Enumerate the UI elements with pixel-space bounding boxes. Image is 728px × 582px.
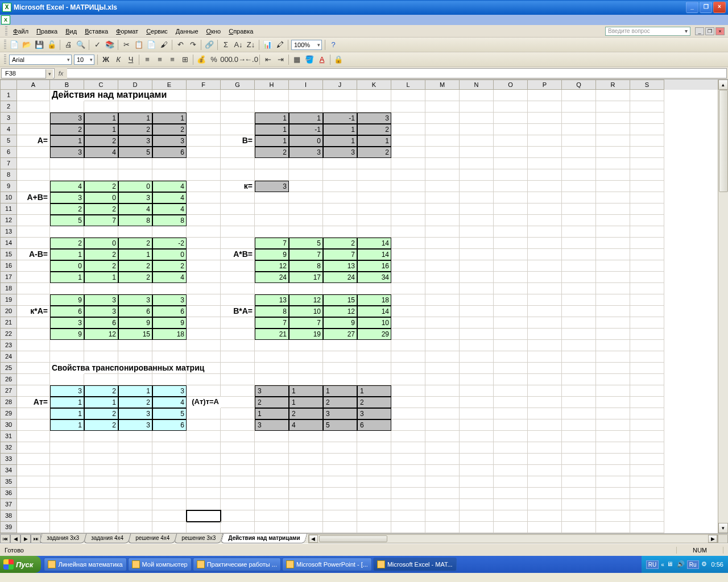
cell-J8[interactable] (323, 169, 357, 181)
cell-B5[interactable]: 1 (50, 135, 84, 147)
cell-O1[interactable] (494, 90, 528, 101)
cell-G29[interactable] (221, 408, 255, 419)
cell-P33[interactable] (528, 454, 562, 465)
cell-B4[interactable]: 2 (50, 124, 84, 135)
cell-H38[interactable] (255, 510, 289, 522)
cell-O7[interactable] (494, 158, 528, 169)
tab-next-button[interactable]: ▶ (20, 534, 31, 543)
cell-K17[interactable]: 34 (357, 272, 391, 283)
cell-S19[interactable] (630, 294, 664, 306)
cell-P37[interactable] (528, 499, 562, 510)
cell-H24[interactable] (255, 351, 289, 363)
cell-I26[interactable] (289, 374, 323, 385)
cell-N27[interactable] (460, 385, 494, 397)
cell-A37[interactable] (17, 499, 50, 510)
cell-R26[interactable] (596, 374, 630, 385)
cell-E11[interactable]: 4 (152, 203, 187, 215)
cell-Q30[interactable] (562, 419, 596, 431)
cell-A21[interactable] (17, 317, 50, 329)
toolbar-grip[interactable] (4, 55, 6, 65)
cell-E2[interactable] (152, 101, 187, 113)
cell-I18[interactable] (289, 283, 323, 294)
cell-C21[interactable]: 6 (84, 317, 118, 329)
cell-Q37[interactable] (562, 499, 596, 510)
col-header-B[interactable]: B (50, 80, 84, 90)
cell-G17[interactable] (221, 272, 255, 283)
cell-R35[interactable] (596, 476, 630, 488)
cell-O18[interactable] (494, 283, 528, 294)
cell-R16[interactable] (596, 260, 630, 272)
cell-K34[interactable] (357, 465, 391, 476)
cell-O23[interactable] (494, 340, 528, 351)
cell-P27[interactable] (528, 385, 562, 397)
cell-G6[interactable] (221, 147, 255, 158)
cell-J11[interactable] (323, 203, 357, 215)
row-header-29[interactable]: 29 (0, 408, 17, 419)
cell-H27[interactable]: 3 (255, 385, 289, 397)
cell-L11[interactable] (391, 203, 425, 215)
cell-R18[interactable] (596, 283, 630, 294)
column-headers[interactable]: ABCDEFGHIJKLMNOPQRS (17, 80, 718, 90)
cell-S28[interactable] (630, 397, 664, 408)
underline-button[interactable]: Ч (125, 53, 137, 66)
cell-D28[interactable]: 2 (118, 397, 152, 408)
cell-I15[interactable]: 7 (289, 249, 323, 260)
cell-L25[interactable] (391, 363, 425, 374)
cell-N6[interactable] (460, 147, 494, 158)
cell-M16[interactable] (425, 260, 460, 272)
cell-A5[interactable]: A= (17, 135, 50, 147)
cell-F39[interactable] (187, 522, 221, 533)
cell-O2[interactable] (494, 101, 528, 113)
cell-R2[interactable] (596, 101, 630, 113)
cell-H17[interactable]: 24 (255, 272, 289, 283)
row-header-10[interactable]: 10 (0, 192, 17, 203)
cell-M5[interactable] (425, 135, 460, 147)
cell-R5[interactable] (596, 135, 630, 147)
cell-L7[interactable] (391, 158, 425, 169)
cell-B34[interactable] (50, 465, 84, 476)
cell-B2[interactable] (50, 101, 84, 113)
cell-E20[interactable]: 6 (152, 306, 187, 317)
cell-R31[interactable] (596, 431, 630, 442)
cell-N38[interactable] (460, 510, 494, 522)
cell-G24[interactable] (221, 351, 255, 363)
cell-O19[interactable] (494, 294, 528, 306)
cell-H10[interactable] (255, 192, 289, 203)
cell-G12[interactable] (221, 215, 255, 226)
menu-Справка[interactable]: Справка (225, 27, 257, 36)
cell-L36[interactable] (391, 488, 425, 499)
cell-R19[interactable] (596, 294, 630, 306)
cell-N9[interactable] (460, 181, 494, 192)
cell-B24[interactable] (50, 351, 84, 363)
cell-E35[interactable] (152, 476, 187, 488)
cell-J25[interactable] (323, 363, 357, 374)
language-indicator-2[interactable]: Ru (687, 560, 699, 569)
cell-S26[interactable] (630, 374, 664, 385)
row-header-2[interactable]: 2 (0, 101, 17, 113)
cell-L30[interactable] (391, 419, 425, 431)
currency-button[interactable]: 💰 (195, 53, 208, 66)
cell-L17[interactable] (391, 272, 425, 283)
cell-P24[interactable] (528, 351, 562, 363)
cell-G10[interactable] (221, 192, 255, 203)
cell-O36[interactable] (494, 488, 528, 499)
menu-Правка[interactable]: Правка (32, 27, 61, 36)
cell-J34[interactable] (323, 465, 357, 476)
cell-E18[interactable] (152, 283, 187, 294)
cell-M10[interactable] (425, 192, 460, 203)
cell-G7[interactable] (221, 158, 255, 169)
cell-O15[interactable] (494, 249, 528, 260)
cell-L20[interactable] (391, 306, 425, 317)
cell-K6[interactable]: 2 (357, 147, 391, 158)
cell-H12[interactable] (255, 215, 289, 226)
spelling-button[interactable]: ✓ (91, 39, 104, 51)
cell-M20[interactable] (425, 306, 460, 317)
cell-F20[interactable] (187, 306, 221, 317)
scroll-left-button[interactable]: ◀ (309, 535, 318, 543)
cell-C28[interactable]: 1 (84, 397, 118, 408)
cell-G32[interactable] (221, 442, 255, 454)
cell-N34[interactable] (460, 465, 494, 476)
cell-P19[interactable] (528, 294, 562, 306)
cell-O13[interactable] (494, 226, 528, 238)
cell-I30[interactable]: 4 (289, 419, 323, 431)
